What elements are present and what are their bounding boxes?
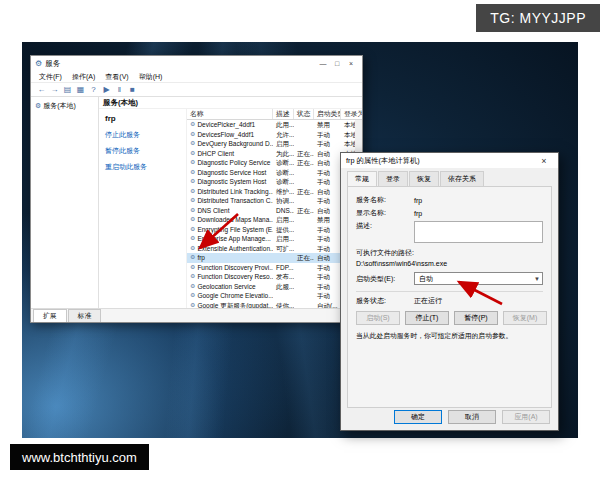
service-name: Function Discovery Reso...: [197, 272, 273, 282]
minimize-icon[interactable]: —: [316, 60, 330, 67]
column-header[interactable]: 登录为: [341, 109, 362, 119]
service-name: Distributed Transaction C...: [197, 196, 273, 206]
service-description: 启用...: [273, 139, 294, 149]
column-header[interactable]: 描述: [273, 109, 294, 119]
extended-info-panel: frp 停止此服务暂停此服务重启动此服务: [99, 109, 187, 308]
frp-properties-dialog: frp 的属性(本地计算机) × 常规登录恢复依存关系 服务名称: frp 显示…: [340, 152, 559, 431]
services-table: 名称描述状态启动类型登录为 ⚙DevicePicker_4ddf1 此用... …: [187, 109, 362, 308]
stop-service-button[interactable]: 停止(T): [405, 311, 449, 325]
pause-service-icon[interactable]: ‖: [113, 85, 126, 94]
dialog-footer-buttons: 确定取消应用(A): [394, 410, 550, 424]
service-row[interactable]: ⚙Distributed Transaction C... 协调... 手动 网…: [187, 196, 362, 206]
description-label: 描述:: [356, 221, 414, 231]
service-row[interactable]: ⚙DevicesFlow_4ddf1 允许... 手动 本地系统: [187, 130, 362, 140]
pause-service-button[interactable]: 暂停(P): [454, 311, 498, 325]
service-description: 诊断...: [273, 168, 294, 178]
close-icon[interactable]: ×: [535, 156, 553, 166]
service-row[interactable]: ⚙frp 正在... 自动 本地系统: [187, 253, 362, 263]
service-name: DevQuery Background D...: [197, 139, 273, 149]
service-startup-type: 自动: [314, 187, 341, 197]
service-row[interactable]: ⚙Distributed Link Tracking... 维护... 正在..…: [187, 187, 362, 197]
view-tabs: 扩展标准: [31, 308, 362, 322]
service-row[interactable]: ⚙Geolocation Service 此服... 手动 本地系统: [187, 282, 362, 292]
service-description: 诊断...: [273, 158, 294, 168]
service-row[interactable]: ⚙Downloaded Maps Mana... 启用... 禁用 网络...: [187, 215, 362, 225]
service-row[interactable]: ⚙Diagnostic Policy Service 诊断... 正在... 自…: [187, 158, 362, 168]
service-row[interactable]: ⚙Google Chrome Elevatio... 手动 本地系统: [187, 291, 362, 301]
service-action-link[interactable]: 停止此服务: [105, 130, 180, 140]
service-row[interactable]: ⚙DevicePicker_4ddf1 此用... 禁用 本地系统: [187, 120, 362, 130]
maximize-icon[interactable]: □: [330, 60, 344, 67]
startup-type-select[interactable]: 自动 ▼: [414, 272, 543, 285]
column-header[interactable]: 名称: [187, 109, 273, 119]
services-pane: 服务(本地) frp 停止此服务暂停此服务重启动此服务 名称描述状态启动类型登录…: [99, 97, 362, 308]
properties-icon[interactable]: ▦: [74, 85, 87, 94]
column-header[interactable]: 启动类型: [314, 109, 341, 119]
service-row[interactable]: ⚙DNS Client DNS... 正在... 自动 网络...: [187, 206, 362, 216]
service-name-label: 服务名称:: [356, 195, 414, 205]
view-tab[interactable]: 标准: [68, 309, 102, 322]
pane-header: 服务(本地): [99, 97, 362, 109]
divider: [356, 291, 543, 292]
service-row[interactable]: ⚙Function Discovery Provi... FDP... 手动 本…: [187, 263, 362, 273]
show-console-tree-icon[interactable]: ▤: [61, 85, 74, 94]
service-description: 使你...: [273, 301, 294, 309]
service-row[interactable]: ⚙DHCP Client 为此... 正在... 自动 本地系统: [187, 149, 362, 159]
dialog-tab[interactable]: 登录: [378, 171, 408, 186]
service-row[interactable]: ⚙Enterprise App Manage... 启用... 手动 本地系统: [187, 234, 362, 244]
view-tab[interactable]: 扩展: [33, 309, 67, 322]
service-icon: ⚙: [190, 158, 195, 168]
service-row[interactable]: ⚙Diagnostic System Host 诊断... 手动 本地系统: [187, 177, 362, 187]
service-name: Downloaded Maps Mana...: [197, 215, 273, 225]
service-name-value: frp: [414, 197, 422, 204]
service-icon: ⚙: [190, 253, 195, 263]
close-icon[interactable]: ×: [344, 60, 358, 67]
pane-body: frp 停止此服务暂停此服务重启动此服务 名称描述状态启动类型登录为: [99, 109, 362, 308]
service-row[interactable]: ⚙Google 更新服务(gupdat... 使你... 自动(... 本地系统: [187, 301, 362, 309]
dialog-tab[interactable]: 恢复: [409, 171, 439, 186]
service-icon: ⚙: [190, 225, 195, 235]
service-row[interactable]: ⚙Diagnostic Service Host 诊断... 手动 本地系统: [187, 168, 362, 178]
menu-item[interactable]: 文件(F): [34, 72, 67, 82]
service-row[interactable]: ⚙Function Discovery Reso... 发布... 手动 本地.…: [187, 272, 362, 282]
service-startup-type: 手动: [314, 272, 341, 282]
stop-service-icon[interactable]: ■: [126, 85, 139, 94]
description-field[interactable]: [414, 221, 543, 243]
service-description: 此服...: [273, 282, 294, 292]
menu-item[interactable]: 操作(A): [67, 72, 100, 82]
service-description: 维护...: [273, 187, 294, 197]
services-main-area: ⚙ 服务(本地) 服务(本地) frp 停止此服务暂停此服务重启动此服务: [31, 97, 362, 308]
service-startup-type: 自动(...: [314, 301, 341, 309]
service-row[interactable]: ⚙Encrypting File System (E... 提供... 手动 本…: [187, 225, 362, 235]
service-action-link[interactable]: 重启动此服务: [105, 162, 180, 172]
dialog-tab[interactable]: 依存关系: [440, 171, 484, 186]
start-service-icon[interactable]: ▶: [100, 85, 113, 94]
service-description: FDP...: [273, 263, 294, 273]
service-icon: ⚙: [190, 301, 195, 309]
dialog-titlebar[interactable]: frp 的属性(本地计算机) ×: [341, 153, 558, 168]
service-description: 此用...: [273, 120, 294, 130]
tree-item-services-local[interactable]: ⚙ 服务(本地): [33, 100, 96, 112]
service-name: Diagnostic Service Host: [197, 168, 266, 178]
service-startup-type: 手动: [314, 234, 341, 244]
back-icon[interactable]: ←: [35, 85, 48, 94]
menu-item[interactable]: 帮助(H): [134, 72, 168, 82]
service-row[interactable]: ⚙Extensible Authentication... 可扩... 手动 本…: [187, 244, 362, 254]
services-titlebar[interactable]: ⚙ 服务 —□×: [31, 56, 362, 71]
service-icon: ⚙: [190, 234, 195, 244]
column-header[interactable]: 状态: [294, 109, 314, 119]
service-icon: ⚙: [190, 139, 195, 149]
service-description: 允许...: [273, 130, 294, 140]
service-row[interactable]: ⚙DevQuery Background D... 启用... 手动 本地系统: [187, 139, 362, 149]
dialog-tab[interactable]: 常规: [347, 171, 377, 186]
forward-icon[interactable]: →: [48, 85, 61, 94]
cancel-button[interactable]: 取消: [448, 410, 496, 424]
ok-button[interactable]: 确定: [394, 410, 442, 424]
service-action-link[interactable]: 暂停此服务: [105, 146, 180, 156]
service-status: 正在...: [294, 253, 314, 263]
service-startup-type: 自动: [314, 253, 341, 263]
service-description: 启用...: [273, 215, 294, 225]
menu-item[interactable]: 查看(V): [100, 72, 133, 82]
service-startup-type: 禁用: [314, 215, 341, 225]
help-icon[interactable]: ?: [87, 85, 100, 94]
